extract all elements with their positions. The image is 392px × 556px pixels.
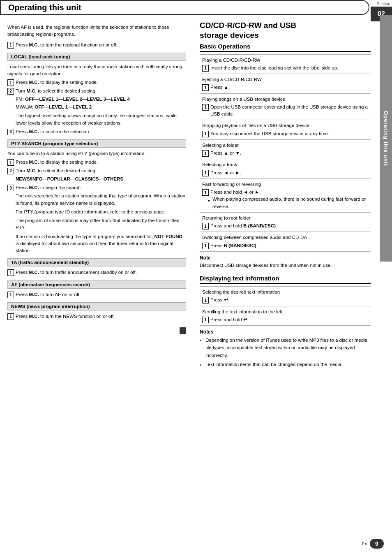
note-heading: Note — [200, 255, 371, 261]
step-number: 1 — [202, 170, 209, 176]
right-column: CD/CD-R/CD-RW and USBstorage devices Bas… — [192, 16, 392, 556]
op-step: 1 Press and hold B (BAND/ESC). — [202, 222, 368, 229]
display-notes: Notes Depending on the version of iTunes… — [200, 329, 371, 368]
step-number: 1 — [7, 79, 14, 86]
op-title: Ejecting a CD/CD-R/CD-RW — [202, 76, 368, 83]
op-step: 1 Insert the disc into the disc loading … — [202, 65, 368, 72]
step-number: 2 — [7, 88, 14, 95]
step-number: 3 — [7, 129, 14, 135]
local-step-2: 2 Turn M.C. to select the desired settin… — [7, 88, 186, 95]
news-step: 1 Press M.C. to turn the NEWS function o… — [7, 313, 186, 320]
step-number: 1 — [7, 159, 14, 166]
step-number: 2 — [7, 168, 14, 174]
cd-note-box: Note Disconnect USB storage devices from… — [200, 255, 371, 269]
op-title: Selecting the desired text information — [202, 289, 368, 296]
local-description: Local seek tuning lets you tune in to on… — [7, 63, 186, 78]
step-number: 3 — [7, 185, 14, 191]
op-step: 1 Press ◄ or ►. — [202, 169, 368, 176]
local-step1-text: Press M.C. to display the setting mode. — [16, 79, 98, 86]
ta-step: 1 Press M.C. to turn traffic announcemen… — [7, 269, 186, 276]
step-number: 1 — [202, 243, 209, 249]
step-number: 1 — [202, 317, 209, 323]
local-step-3: 3 Press M.C. to confirm the selection. — [7, 128, 186, 135]
section-label: Section — [377, 0, 392, 7]
op-playing-cd: Playing a CD/CD-R/CD-RW 1 Insert the dis… — [200, 54, 371, 74]
pty-step-3: 3 Press M.C. to begin the search. — [7, 184, 186, 191]
op-title: Selecting a track — [202, 161, 368, 168]
ta-detail: (traffic announcement standby) — [18, 260, 89, 265]
op-title: Scrolling the text information to the le… — [202, 308, 368, 315]
pty-para-4: If no station is broadcasting the type o… — [7, 233, 186, 255]
intro-step-text: Press M.C. to turn the regional function… — [16, 42, 118, 49]
op-ejecting-cd: Ejecting a CD/CD-R/CD-RW 1 Press ▲. — [200, 74, 371, 94]
op-title: Playing songs on a USB storage device — [202, 96, 368, 103]
op-title: Returning to root folder — [202, 215, 368, 222]
ta-section-label: TA (traffic announcement standby) — [7, 258, 186, 266]
display-text-heading: Displaying text information — [200, 275, 371, 284]
page-number-area: En 9 — [362, 539, 384, 549]
op-step: 1 Open the USB connector cover and plug … — [202, 104, 368, 118]
ta-label: TA — [11, 260, 17, 265]
af-step-text: Press M.C. to turn AF on or off. — [16, 291, 81, 298]
step-number: 1 — [7, 292, 14, 298]
pty-step-1: 1 Press M.C. to display the setting mode… — [7, 159, 186, 166]
op-playing-usb: Playing songs on a USB storage device 1 … — [200, 93, 371, 120]
left-column: When AF is used, the regional function l… — [0, 16, 192, 556]
cd-section-heading: CD/CD-R/CD-RW and USBstorage devices — [200, 21, 371, 40]
step-number: 1 — [202, 223, 209, 229]
af-section-label: AF (alternative frequencies search) — [7, 280, 186, 289]
local-note: The highest level setting allows recepti… — [7, 112, 186, 127]
op-step: 1 You may disconnect the USB storage dev… — [202, 130, 368, 137]
op-fast-forward: Fast forwarding or reversing 1 Press and… — [200, 178, 371, 212]
op-bullet: • When playing compressed audio, there i… — [202, 196, 368, 210]
intro-step: 1 Press M.C. to turn the regional functi… — [7, 42, 186, 49]
step-number: 1 — [202, 84, 209, 91]
local-detail: (local seek tuning) — [29, 54, 70, 59]
pty-step2-text: Turn M.C. to select the desired setting. — [16, 167, 97, 174]
operations-table: Playing a CD/CD-R/CD-RW 1 Insert the dis… — [200, 54, 371, 252]
note-item: Text information items that can be chang… — [205, 361, 371, 368]
news-label: NEWS — [11, 304, 25, 309]
step-number: 1 — [7, 42, 14, 49]
pty-step1-text: Press M.C. to display the setting mode. — [16, 159, 98, 166]
note-item: Depending on the version of iTunes used … — [205, 336, 371, 359]
pty-para-2: For PTY (program type ID code) informati… — [7, 208, 186, 215]
pty-description: You can tune in to a station using PTY (… — [7, 150, 186, 157]
step-number: 1 — [7, 313, 14, 320]
pty-step3-text: Press M.C. to begin the search. — [16, 184, 82, 191]
note-text: Disconnect USB storage devices from the … — [200, 262, 371, 269]
pty-label: PTY SEARCH — [11, 141, 42, 146]
step-number: 1 — [202, 104, 209, 111]
page-title-banner: Operating this unit — [0, 0, 369, 15]
news-step-text: Press M.C. to turn the NEWS function on … — [16, 313, 115, 320]
op-step: 1 Press B (BAND/ESC). — [202, 242, 368, 249]
op-select-text: Selecting the desired text information 1… — [200, 287, 371, 306]
step-number: 1 — [7, 269, 14, 276]
pty-para-1: The unit searches for a station broadcas… — [7, 192, 186, 207]
page-number-badge: 9 — [370, 539, 384, 549]
step-number: 1 — [202, 297, 209, 303]
step-number: 1 — [202, 65, 209, 72]
op-title: Selecting a folder — [202, 142, 368, 149]
pty-levels: NEWS/INFO—POPULAR—CLASSICS—OTHERS — [7, 176, 186, 183]
local-fm-levels: FM: OFF—LEVEL 1—LEVEL 2—LEVEL 3—LEVEL 4 — [7, 96, 186, 103]
op-step: 1 Press and hold ↩. — [202, 316, 368, 323]
op-select-folder: Selecting a folder 1 Press ▲ or ▼. — [200, 139, 371, 159]
op-select-track: Selecting a track 1 Press ◄ or ►. — [200, 159, 371, 179]
af-step: 1 Press M.C. to turn AF on or off. — [7, 291, 186, 298]
intro-text: When AF is used, the regional function l… — [7, 24, 186, 38]
op-step: 1 Press ▲ or ▼. — [202, 150, 368, 157]
op-title: Playing a CD/CD-R/CD-RW — [202, 57, 368, 64]
af-label: AF — [11, 282, 17, 287]
news-section-label: NEWS (news program interruption) — [7, 302, 186, 310]
op-title: Switching between compressed audio and C… — [202, 234, 368, 241]
display-text-table: Selecting the desired text information 1… — [200, 286, 371, 326]
pty-para-3: The program of some stations may differ … — [7, 217, 186, 232]
local-section-label: LOCAL (local seek tuning) — [7, 53, 186, 61]
notes-list: Depending on the version of iTunes used … — [200, 336, 371, 368]
local-step3-text: Press M.C. to confirm the selection. — [16, 128, 90, 135]
bottom-square — [180, 327, 186, 334]
step-number: 1 — [202, 150, 209, 157]
local-step2-text: Turn M.C. to select the desired setting. — [16, 88, 97, 95]
pty-step-2: 2 Turn M.C. to select the desired settin… — [7, 167, 186, 174]
